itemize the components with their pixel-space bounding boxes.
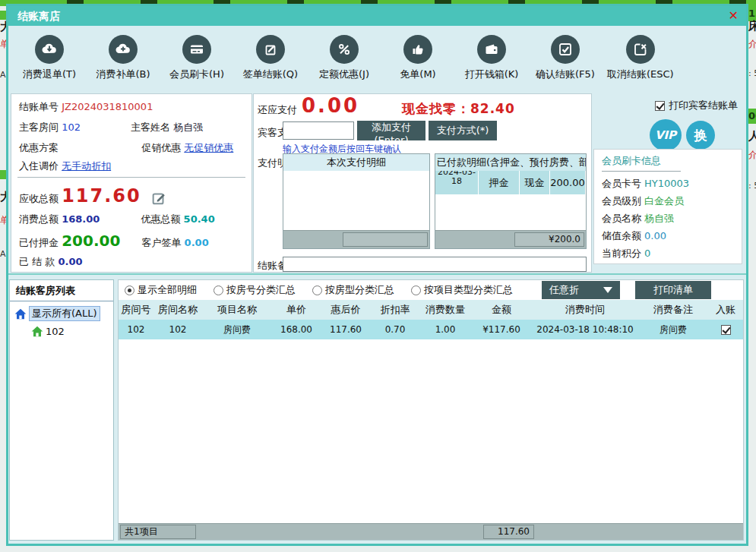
customer-sign-label: 客户签单 [141, 237, 181, 248]
radio-label: 显示全部明细 [138, 283, 197, 297]
cash-change: 现金找零：82.40 [402, 100, 515, 118]
toolbar-label: 消费退单(T) [23, 68, 76, 81]
tree-item-show-all[interactable]: 显示所有(ALL) [14, 306, 113, 321]
sign-bill-button[interactable]: 签单结账(Q) [239, 35, 302, 81]
due-value: 0.00 [302, 94, 359, 117]
adjust-price-label: 入住调价 [19, 160, 59, 172]
sign-pen-icon [256, 35, 285, 64]
member-info-title: 会员刷卡信息 [602, 154, 734, 168]
adjust-price-link[interactable]: 无手动折扣 [62, 160, 111, 172]
add-payment-button[interactable]: 添加支付(Enter) [357, 121, 425, 140]
col-unit-price: 单价 [272, 303, 321, 317]
swap-card-badge[interactable]: 换 [686, 121, 715, 150]
pay-amount-input[interactable] [283, 121, 354, 140]
tree-item-label: 102 [46, 326, 65, 337]
radio-group-by-room-type[interactable]: 按房型分类汇总 [312, 283, 394, 297]
bg-fragment: 06 [748, 109, 756, 124]
radio-label: 按房型分类汇总 [325, 283, 394, 297]
print-guest-bill-label: 打印宾客结账单 [669, 99, 738, 112]
detail-controls: 显示全部明细 按房号分类汇总 按房型分类汇总 按项目类型分类汇总 任意折 [119, 280, 743, 300]
cancel-checkout-button[interactable]: 取消结账(ESC) [607, 35, 674, 81]
confirm-checkout-button[interactable]: 确认结账(F5) [533, 35, 597, 81]
tree-item-room-102[interactable]: 102 [31, 326, 113, 337]
bg-fragment: 介= [748, 149, 756, 162]
bg-fragment: 介= [748, 38, 756, 51]
paid-total-box: ¥200.0 [514, 232, 584, 247]
discount-dropdown[interactable]: 任意折 [542, 281, 620, 299]
discount-total-value: 50.40 [184, 213, 215, 225]
current-points-value: 0 [644, 248, 650, 259]
supplement-order-button[interactable]: 消费补单(B) [91, 35, 155, 81]
paid-date: 2024-03-18 [435, 171, 478, 186]
cell-room-no: 102 [119, 324, 153, 335]
checkbox-icon [655, 101, 665, 111]
paid-list-footer: ¥200.0 [435, 230, 586, 248]
bill-no-label: 结账单号 [19, 101, 59, 112]
cell-remark: 房间费 [638, 323, 708, 336]
main-room-label: 主客房间 [19, 121, 59, 133]
free-bill-button[interactable]: 免单(M) [386, 35, 450, 81]
close-icon[interactable]: ✕ [729, 6, 739, 26]
cell-discounted-price: 117.60 [321, 324, 371, 335]
current-total-box [343, 232, 428, 247]
toolbar-label: 会员刷卡(H) [169, 68, 224, 81]
table-empty-body [119, 339, 743, 523]
radio-group-by-room-no[interactable]: 按房号分类汇总 [214, 283, 296, 297]
radio-group-by-item-type[interactable]: 按项目类型分类汇总 [411, 283, 513, 297]
paid-row[interactable]: 2024-03-18 押金 现金 200.00 [435, 171, 586, 195]
radio-show-all-detail[interactable]: 显示全部明细 [125, 283, 197, 297]
checkout-dialog: 结账离店 ✕ 消费退单(T) 消费补单(B) 会员刷卡(H) [6, 4, 748, 546]
current-payment-list[interactable]: 本次支付明细 [283, 153, 430, 249]
cell-amount: ¥117.60 [471, 324, 532, 335]
member-card-button[interactable]: 会员刷卡(H) [165, 35, 229, 81]
row-posted-checkbox[interactable] [721, 325, 731, 335]
paid-list-header: 已付款明细(含押金、预付房费、部分 [435, 154, 586, 171]
member-name-label: 会员名称 [602, 213, 641, 224]
bg-fragment: 人 [748, 129, 756, 144]
dialog-title: 结账离店 [17, 10, 60, 22]
fixed-discount-button[interactable]: 定额优惠(J) [312, 35, 376, 81]
member-info-panel: 会员刷卡信息 会员卡号HY10003 会员级别白金会员 会员名称杨自强 储值余额… [593, 149, 742, 264]
print-guest-bill-checkbox[interactable]: 打印宾客结账单 [655, 99, 738, 112]
toolbar-label: 免单(M) [400, 68, 435, 81]
thumb-up-icon [403, 35, 432, 64]
deposit-paid-label: 已付押金 [19, 237, 59, 248]
toolbar-label: 确认结账(F5) [536, 68, 595, 81]
bg-fragment: : 5 [748, 68, 756, 78]
cash-change-label: 现金找零： [402, 101, 470, 116]
radio-icon [411, 285, 421, 295]
col-room-no: 房间号 [119, 303, 153, 317]
print-list-button[interactable]: 打印清单 [635, 281, 711, 299]
table-header: 房间号 房间名称 项目名称 单价 惠后价 折扣率 消费数量 金额 消费时间 消费… [119, 300, 743, 320]
total-amount: 117.60 [483, 525, 534, 539]
payment-method-button[interactable]: 支付方式(*) [429, 121, 497, 140]
settled-label: 已 结 款 [19, 256, 55, 267]
tree-item-label: 显示所有(ALL) [29, 306, 100, 321]
chevron-down-icon [603, 287, 612, 293]
vip-badge[interactable]: VIP [650, 119, 682, 151]
consume-total-label: 消费总额 [19, 213, 59, 225]
remark-input[interactable] [283, 257, 587, 272]
room-list-title: 结账客房列表 [10, 280, 113, 301]
member-card-icon [182, 35, 211, 64]
receivable-label: 应收总额 [19, 193, 59, 204]
promo-link[interactable]: 无促销优惠 [184, 142, 233, 153]
table-row[interactable]: 102 102 房间费 168.00 117.60 0.70 1.00 ¥117… [119, 320, 743, 339]
paid-detail-list[interactable]: 已付款明细(含押金、预付房费、部分 2024-03-18 押金 现金 200.0… [435, 153, 587, 249]
refund-order-button[interactable]: 消费退单(T) [17, 35, 81, 81]
toolbar: 消费退单(T) 消费补单(B) 会员刷卡(H) 签单结账(Q) [8, 26, 746, 90]
background-right-edge: 12 床 介= : 5 06 人 介= : 5 [748, 6, 756, 552]
col-discount-rate: 折扣率 [371, 303, 419, 317]
house-blue-icon [14, 308, 27, 320]
customer-sign-value: 0.00 [185, 237, 209, 248]
open-cash-drawer-button[interactable]: 打开钱箱(K) [460, 35, 524, 81]
consume-total-value: 168.00 [62, 213, 100, 225]
receivable-value: 117.60 [62, 185, 141, 207]
current-list-footer [283, 230, 429, 248]
radio-icon [214, 285, 223, 295]
settled-value: 0.00 [58, 256, 82, 267]
edit-amount-icon[interactable] [150, 190, 167, 207]
status-bar: 共1项目 117.60 [119, 523, 743, 540]
bg-fragment: 床 [748, 19, 756, 33]
member-card-no-label: 会员卡号 [602, 178, 641, 189]
